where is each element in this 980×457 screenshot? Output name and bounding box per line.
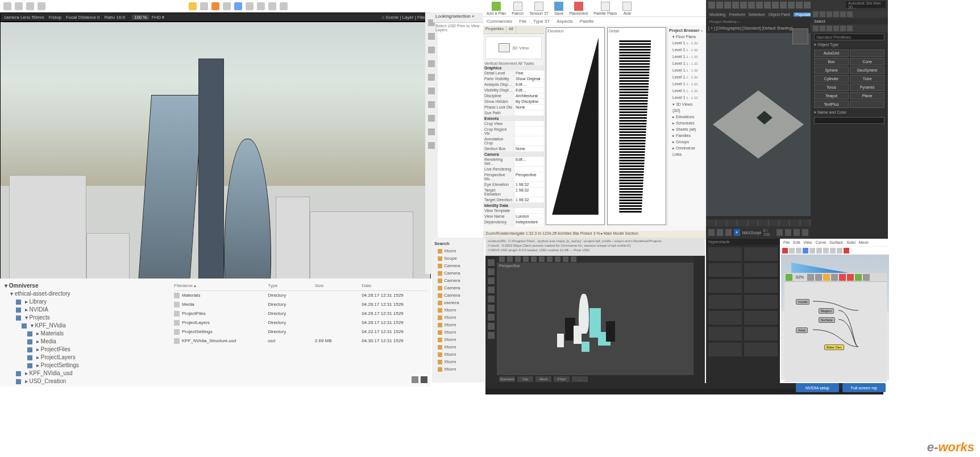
menu-item[interactable]: Solid <box>846 240 856 244</box>
menu-item[interactable]: Palette <box>580 19 594 24</box>
primitive-button[interactable]: GeoSphere <box>850 67 885 74</box>
light-icon[interactable] <box>211 2 219 10</box>
frame-icon[interactable] <box>717 229 723 236</box>
menu-item[interactable]: Aspects <box>557 19 572 24</box>
gh-icon[interactable] <box>823 274 830 281</box>
tree-item[interactable]: Level 1 1 - 1.32 <box>669 94 705 101</box>
material-swatch[interactable] <box>744 279 778 293</box>
maxscript-label[interactable]: MAXScript <box>742 231 761 235</box>
project-browser[interactable]: Project Browser – ▾ Floor Plans Level 1 … <box>667 26 706 226</box>
tree-item[interactable]: ▾ 3D Views <box>669 101 705 107</box>
tab[interactable]: Modeling <box>709 13 725 16</box>
outliner-item[interactable]: Xform <box>434 336 482 343</box>
material-swatch[interactable] <box>744 343 778 356</box>
tree-item[interactable]: {3D} <box>669 107 705 114</box>
primitive-button[interactable]: Cylinder <box>814 75 849 82</box>
primitive-button[interactable]: Pyramid <box>850 84 885 91</box>
maya-viewport[interactable]: Perspective Standard Clip Revit FXph … <box>497 256 694 383</box>
select-icon[interactable] <box>488 259 495 266</box>
zoom-pct[interactable]: 100 % <box>132 15 150 20</box>
geom-icon[interactable] <box>813 26 819 31</box>
prop-row[interactable]: Show HiddenBy Discipline <box>483 99 544 105</box>
qat-icon[interactable] <box>708 2 715 9</box>
qat-icon[interactable] <box>796 2 803 9</box>
prop-row[interactable]: Live Rendering <box>483 167 544 172</box>
menu-item[interactable]: Surface <box>829 240 843 244</box>
gh-icon[interactable] <box>831 274 838 281</box>
res-label[interactable]: FHD ▾ <box>152 15 165 20</box>
script-console[interactable]: nucleusURL: C:\Program Files\...\python.… <box>485 238 705 256</box>
tree-item[interactable]: Level 1 1 - 1.32 <box>669 47 705 53</box>
tool-icon[interactable] <box>803 248 808 254</box>
shelf-tab[interactable]: … <box>572 376 588 382</box>
scale-icon[interactable] <box>488 286 495 293</box>
prop-row[interactable]: Crop View <box>483 121 544 127</box>
prop-tab[interactable]: Properties <box>483 26 506 34</box>
material-swatch[interactable] <box>744 295 778 309</box>
col-name[interactable]: Filename ▴ <box>174 283 268 288</box>
tool-icon[interactable] <box>830 248 836 254</box>
tree-item[interactable]: ▸ ProjectLayers <box>35 354 76 360</box>
tool-icon[interactable] <box>257 2 265 10</box>
primitive-button[interactable] <box>850 49 885 57</box>
prop-section[interactable]: Camera <box>483 152 544 157</box>
move-icon[interactable] <box>488 268 495 275</box>
tree-item[interactable]: Level 1 1 - 1.32 <box>669 53 705 60</box>
outliner-item[interactable]: Xform <box>434 306 482 314</box>
vp-icon[interactable] <box>499 256 505 262</box>
camera-label[interactable]: Perspective <box>499 264 520 268</box>
view-mode[interactable] <box>412 376 427 383</box>
vp-icon[interactable] <box>531 256 537 262</box>
qat-icon[interactable] <box>780 2 787 9</box>
primitive-button[interactable]: Cone <box>850 58 885 65</box>
qat-icon[interactable] <box>772 2 779 9</box>
tree-item[interactable]: Level 1 1 - 1.32 <box>669 88 705 94</box>
tree-item[interactable]: ▸ Media <box>35 338 56 344</box>
outliner-item[interactable]: Camera <box>434 292 482 299</box>
tree-item[interactable]: ▾ Projects <box>23 314 50 321</box>
menu-item[interactable]: Curve <box>815 240 826 244</box>
outliner-item[interactable]: Xform <box>434 247 482 255</box>
gh-icon[interactable] <box>855 274 862 281</box>
tool-icon[interactable] <box>200 2 208 10</box>
tool-icon[interactable] <box>280 2 288 10</box>
primitive-button[interactable]: AutoGrid <box>814 49 849 57</box>
nav-icon[interactable] <box>785 229 791 236</box>
rotate-icon[interactable] <box>488 277 495 284</box>
shape-icon[interactable] <box>820 26 825 31</box>
primitive-button[interactable]: Plane <box>850 92 885 99</box>
create-icon[interactable] <box>813 11 819 17</box>
prop-row[interactable]: View NameLondon <box>483 214 544 219</box>
nav-icon[interactable] <box>794 229 800 236</box>
outliner-item[interactable]: Camera <box>434 284 482 292</box>
col-size[interactable]: Size <box>315 283 362 288</box>
vp-icon[interactable] <box>563 256 568 262</box>
tree-item[interactable]: ▸ Schedules <box>669 120 705 126</box>
tree-item[interactable]: ▸ ProjectFiles <box>35 346 70 352</box>
menu-item[interactable]: File <box>519 19 526 24</box>
tool-icon[interactable] <box>3 2 11 10</box>
list-item[interactable]: KPF_NVidia_Structure.usdusd2.69 MB04.30.… <box>174 336 427 346</box>
outliner-item[interactable]: Xform <box>434 358 482 365</box>
util-icon[interactable] <box>847 11 853 17</box>
tree-item[interactable]: ▸ Materials <box>35 330 64 336</box>
shelf-tab[interactable]: Revit <box>535 376 551 382</box>
tree-item[interactable]: Level 1 1 - 1.32 <box>669 67 705 74</box>
col-date[interactable]: Date <box>362 283 427 288</box>
tool-icon[interactable] <box>38 2 45 10</box>
prop-row[interactable]: Target Direction1 98:32 <box>483 197 544 203</box>
gh-node[interactable]: model <box>796 299 809 305</box>
tool-icon[interactable] <box>844 248 849 254</box>
outliner-item[interactable]: Xform <box>434 351 482 358</box>
viewcube[interactable] <box>792 28 808 44</box>
timeline[interactable] <box>706 219 811 226</box>
ribbon-tab[interactable]: Add a Plan <box>487 2 506 15</box>
nav-icon[interactable] <box>802 229 808 236</box>
menu-item[interactable]: File <box>783 240 790 244</box>
prop-row[interactable]: DependencyIndependent <box>483 219 544 225</box>
outliner-item[interactable]: Xform <box>434 321 482 329</box>
material-swatch[interactable] <box>708 311 742 325</box>
tool-icon[interactable] <box>837 248 842 254</box>
outliner-item[interactable]: Camera <box>434 277 482 284</box>
camera-icon[interactable] <box>833 26 839 31</box>
